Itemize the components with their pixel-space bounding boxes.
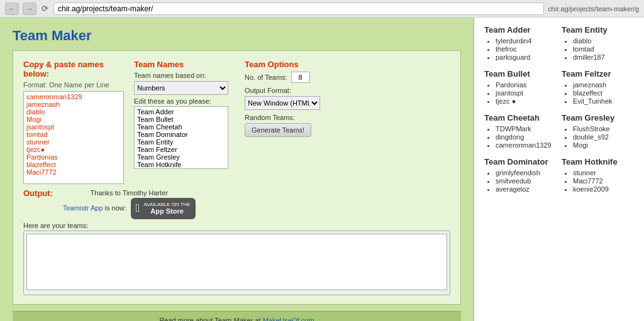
list-item: double_s92: [573, 133, 634, 141]
footer: Read more about Team-Maker at MakeUseOf.…: [13, 311, 461, 321]
list-item: TDWPMark: [496, 125, 557, 133]
list-item: Maci7772: [573, 177, 634, 185]
team-list-0: tylerdurdin4thefrocparksguard: [484, 37, 557, 61]
team-block-6: Team Dominatorgrimlyfeendishsmitveedubav…: [484, 157, 557, 193]
list-item: parksguard: [496, 53, 557, 61]
list-item: Mogi: [573, 141, 634, 149]
badge-app-store-text: App Store: [143, 207, 190, 215]
makeuseof-link[interactable]: MakeUseOf.com: [263, 317, 314, 321]
team-block-1: Team Entitydiablotomtaddmiller187: [562, 25, 634, 62]
list-item: dmiller187: [573, 53, 634, 61]
page-title: Team Maker: [13, 28, 461, 44]
team-name-0: Team Adder: [484, 25, 557, 35]
teamistr-thanks: Thanks to Timothy Harter: [91, 189, 169, 197]
main-layout: Team Maker Copy & paste names below: For…: [0, 18, 644, 321]
output-row: Output: Thanks to Timothy Harter Teamist…: [23, 188, 450, 219]
list-item: tjezc ●: [496, 97, 557, 105]
list-item: blazeffect: [573, 89, 634, 97]
team-block-7: Team HotknifestunnerMaci7772koenie2009: [562, 157, 634, 193]
based-on-label: Team names based on:: [134, 72, 235, 79]
list-item: averageloz: [496, 185, 557, 193]
team-block-4: Team CheetahTDWPMarkdingdongcameronman13…: [484, 113, 557, 150]
team-list-1: diablotomtaddmiller187: [562, 37, 634, 61]
list-item: tomtad: [573, 45, 634, 53]
output-format-label: Output Format:: [245, 87, 326, 94]
teams-grid: Team Addertylerdurdin4thefrocparksguardT…: [484, 25, 634, 201]
top-section: Copy & paste names below: Format: One Na…: [23, 60, 450, 186]
team-name-3: Team Feltzer: [562, 69, 634, 79]
team-list-2: Pardoniasjsantospttjezc ●: [484, 81, 557, 105]
here-label: Here are your teams:: [23, 222, 450, 229]
output-label: Output:: [23, 188, 53, 198]
team-block-0: Team Addertylerdurdin4thefrocparksguard: [484, 25, 557, 62]
footer-line1: Read more about Team-Maker at MakeUseOf.…: [15, 317, 458, 321]
output-section: Output: Thanks to Timothy Harter Teamist…: [23, 188, 450, 295]
list-item: cameronman1329: [496, 141, 557, 149]
team-list-5: FlushStrokedouble_s92Mogi: [562, 125, 634, 149]
team-names-label: Team Names: [134, 60, 235, 69]
team-names-col: Team Names Team names based on: Numbers …: [134, 60, 235, 186]
teamistr-notice: Thanks to Timothy Harter Teamistr App is…: [63, 188, 196, 219]
list-item: grimlyfeendish: [496, 169, 557, 177]
list-item: stunner: [573, 169, 634, 177]
team-block-3: Team FeltzerjameznashblazeffectEvil_Tuin…: [562, 69, 634, 106]
right-panel: Team Addertylerdurdin4thefrocparksguardT…: [474, 18, 644, 321]
team-names-select[interactable]: Numbers Letters Custom: [134, 81, 228, 95]
list-item: dingdong: [496, 133, 557, 141]
num-teams-row: No. of Teams:: [245, 72, 326, 83]
list-item: FlushStroke: [573, 125, 634, 133]
format-hint: Format: One Name per Line: [23, 81, 124, 89]
team-list-3: jameznashblazeffectEvil_Tuinhek: [562, 81, 634, 105]
teamistr-link[interactable]: Teamistr App: [63, 204, 103, 212]
left-panel: Team Maker Copy & paste names below: For…: [0, 18, 474, 321]
list-item: jameznash: [573, 81, 634, 89]
browser-bar: ← → ⟳ chir.ag/projects/team-maker/g: [0, 0, 644, 18]
output-textarea-wrap: [23, 231, 450, 295]
list-item: thefroc: [496, 45, 557, 53]
generate-teams-button[interactable]: Generate Teams!: [245, 123, 311, 137]
team-options-label: Team Options: [245, 60, 326, 69]
team-name-5: Team Gresley: [562, 113, 634, 122]
team-list-7: stunnerMaci7772koenie2009: [562, 169, 634, 193]
url-right-label: chir.ag/projects/team-maker/g: [548, 5, 639, 13]
copy-paste-col: Copy & paste names below: Format: One Na…: [23, 60, 124, 186]
list-item: jsantospt: [496, 89, 557, 97]
list-item: diablo: [573, 37, 634, 45]
refresh-button[interactable]: ⟳: [40, 4, 50, 13]
team-name-2: Team Bullet: [484, 69, 557, 79]
main-content-box: Copy & paste names below: Format: One Na…: [13, 50, 461, 305]
team-block-5: Team GresleyFlushStrokedouble_s92Mogi: [562, 113, 634, 150]
random-teams-label: Random Teams:: [245, 114, 326, 121]
list-item: Evil_Tuinhek: [573, 97, 634, 105]
badge-available-text: Available on the: [143, 202, 190, 208]
team-list-4: TDWPMarkdingdongcameronman1329: [484, 125, 557, 149]
team-name-7: Team Hotknife: [562, 157, 634, 166]
forward-button[interactable]: →: [23, 3, 36, 15]
app-store-badge[interactable]:  Available on the App Store: [131, 198, 196, 219]
copy-paste-label: Copy & paste names below:: [23, 60, 124, 79]
list-item: smitveedub: [496, 177, 557, 185]
url-bar[interactable]: [53, 3, 544, 15]
team-block-2: Team BulletPardoniasjsantospttjezc ●: [484, 69, 557, 106]
team-name-6: Team Dominator: [484, 157, 557, 166]
list-item: Pardonias: [496, 81, 557, 89]
list-item: tylerdurdin4: [496, 37, 557, 45]
team-name-4: Team Cheetah: [484, 113, 557, 122]
output-textarea[interactable]: [26, 234, 447, 290]
apple-icon: : [136, 200, 140, 216]
back-button[interactable]: ←: [5, 3, 19, 15]
num-teams-input[interactable]: [291, 72, 310, 83]
edit-label: Edit these as you please:: [134, 97, 235, 105]
team-list-6: grimlyfeendishsmitveedubaverageloz: [484, 169, 557, 193]
num-teams-label: No. of Teams:: [245, 73, 287, 81]
names-textarea[interactable]: cameronman1329 jameznash diablo Mogi jsa…: [23, 91, 124, 184]
list-item: koenie2009: [573, 185, 634, 193]
output-format-select[interactable]: New Window (HTML) Same Window Plain Text: [245, 96, 320, 110]
team-name-1: Team Entity: [562, 25, 634, 35]
team-options-col: Team Options No. of Teams: Output Format…: [245, 60, 326, 186]
team-names-list[interactable]: Team Adder Team Bullet Team Cheetah Team…: [134, 106, 228, 169]
